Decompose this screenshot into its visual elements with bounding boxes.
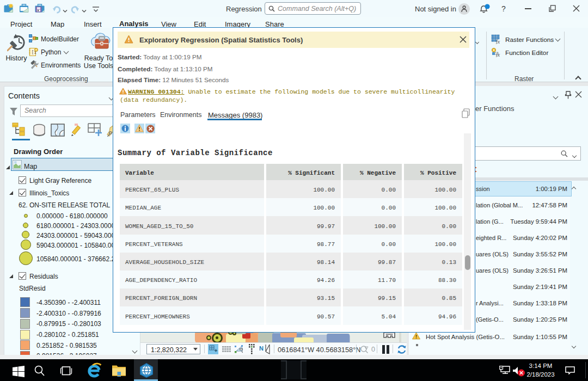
- svg-text:fx: fx: [496, 52, 500, 57]
- svg-text:fx: fx: [496, 39, 500, 44]
- svg-text:N: N: [259, 345, 264, 352]
